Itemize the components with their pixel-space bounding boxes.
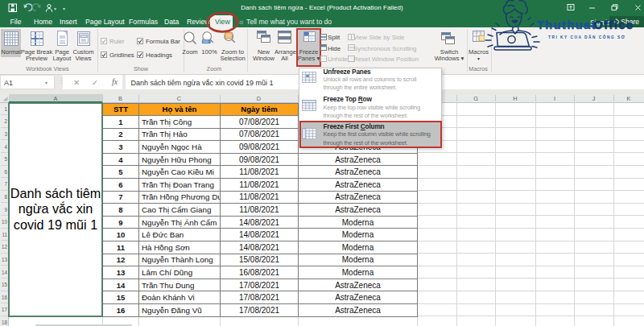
svg-text:Thuthuat: Thuthuat (537, 19, 597, 31)
svg-text:TRI KỶ CỦA DÂN CÔNG SỞ: TRI KỶ CỦA DÂN CÔNG SỞ (548, 34, 625, 39)
svg-text:Office: Office (594, 19, 634, 31)
svg-text:100: 100 (203, 39, 209, 43)
